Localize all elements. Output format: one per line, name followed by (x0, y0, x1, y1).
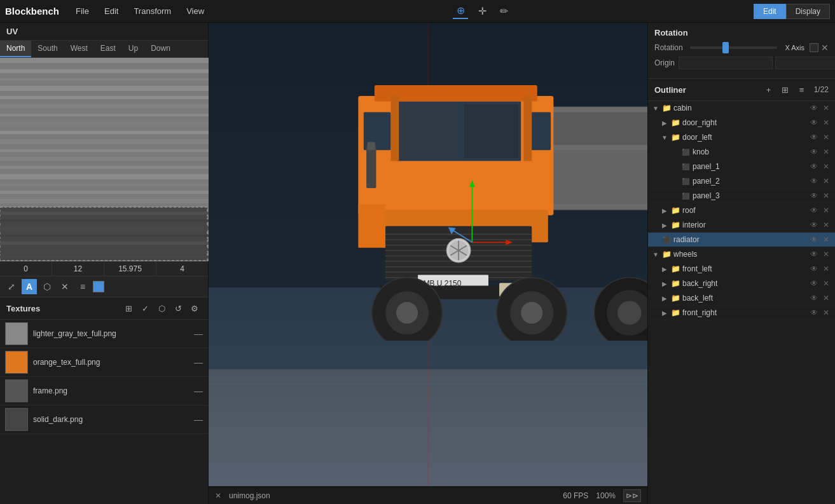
outliner-close-knob[interactable]: ✕ (821, 147, 831, 157)
outliner-close-roof[interactable]: ✕ (821, 205, 831, 215)
outliner-item-roof[interactable]: ▶ 📁 roof 👁 ✕ (648, 203, 835, 218)
outliner-close-panel3[interactable]: ✕ (821, 191, 831, 201)
texture-check-tool[interactable]: ✓ (138, 301, 152, 315)
outliner-close-back-left[interactable]: ✕ (821, 293, 831, 303)
menu-view[interactable]: View (180, 4, 210, 18)
outliner-eye-back-right[interactable]: 👁 (809, 278, 819, 289)
outliner-eye-panel3[interactable]: 👁 (809, 191, 819, 201)
outliner-item-front-left[interactable]: ▶ 📁 front_left 👁 ✕ (648, 262, 835, 276)
outliner-close-wheels[interactable]: ✕ (821, 249, 831, 259)
texture-remove-0[interactable]: — (194, 329, 203, 339)
outliner-list-tool[interactable]: ≡ (795, 83, 809, 97)
uv-fill-tool[interactable]: ⬡ (39, 279, 55, 294)
edit-mode-button[interactable]: Edit (754, 4, 786, 19)
outliner-close-panel1[interactable]: ✕ (821, 161, 831, 172)
texture-remove-3[interactable]: — (194, 414, 203, 425)
rotation-close-icon[interactable]: ✕ (821, 43, 829, 53)
outliner-eye-door-right[interactable]: 👁 (809, 118, 819, 128)
outliner-name-interior: interior (682, 221, 807, 229)
uv-tab-south[interactable]: South (31, 41, 64, 57)
outliner-eye-panel1[interactable]: 👁 (809, 161, 819, 172)
texture-settings-tool[interactable]: ⚙ (188, 301, 202, 315)
uv-coord-3[interactable]: 4 (156, 262, 208, 276)
menu-file[interactable]: File (69, 4, 95, 18)
outliner-item-radiator[interactable]: ⬛ radiator 👁 ✕ (648, 233, 835, 247)
uv-color-swatch[interactable] (93, 281, 104, 292)
outliner-actions-door-left: 👁 ✕ (809, 132, 831, 142)
viewport[interactable]: MB U 2150 (209, 23, 647, 504)
rotation-checkbox[interactable] (810, 43, 818, 52)
outliner-item-wheels[interactable]: ▼ 📁 wheels 👁 ✕ (648, 247, 835, 262)
outliner-eye-interior[interactable]: 👁 (809, 220, 819, 230)
outliner-eye-radiator[interactable]: 👁 (809, 235, 819, 245)
origin-y-input[interactable] (775, 57, 835, 69)
move-icon[interactable]: ⊕ (453, 4, 468, 19)
uv-tab-north[interactable]: North (0, 41, 31, 57)
outliner-item-panel1[interactable]: ⬛ panel_1 👁 ✕ (648, 160, 835, 174)
uv-tab-down[interactable]: Down (144, 41, 177, 57)
outliner-item-panel2[interactable]: ⬛ panel_2 👁 ✕ (648, 174, 835, 189)
rotation-slider[interactable] (690, 46, 777, 49)
texture-refresh-tool[interactable]: ↺ (171, 301, 185, 315)
outliner-close-back-right[interactable]: ✕ (821, 278, 831, 289)
texture-item-1[interactable]: orange_tex_full.png — (0, 348, 208, 377)
outliner-eye-knob[interactable]: 👁 (809, 147, 819, 157)
outliner-eye-back-left[interactable]: 👁 (809, 293, 819, 303)
svg-rect-3 (0, 78, 209, 81)
uv-text-tool[interactable]: A (22, 279, 37, 294)
outliner-add-tool[interactable]: + (762, 83, 776, 97)
uv-canvas[interactable] (0, 58, 209, 261)
menu-transform[interactable]: Transform (127, 4, 177, 18)
outliner-item-back-left[interactable]: ▶ 📁 back_left 👁 ✕ (648, 291, 835, 306)
texture-paint-tool[interactable]: ⬡ (155, 301, 169, 315)
outliner-close-radiator[interactable]: ✕ (821, 235, 831, 245)
outliner-arrow-front-left: ▶ (661, 265, 668, 273)
outliner-item-interior[interactable]: ▶ 📁 interior 👁 ✕ (648, 218, 835, 233)
brush-icon[interactable]: ✏ (496, 4, 511, 19)
outliner-eye-front-left[interactable]: 👁 (809, 264, 819, 274)
outliner-close-door-left[interactable]: ✕ (821, 132, 831, 142)
outliner-item-back-right[interactable]: ▶ 📁 back_right 👁 ✕ (648, 276, 835, 291)
texture-item-0[interactable]: lighter_gray_tex_full.png — (0, 320, 208, 348)
outliner-item-door-left[interactable]: ▼ 📁 door_left 👁 ✕ (648, 130, 835, 145)
uv-expand-tool[interactable]: ⤢ (4, 279, 19, 294)
uv-tab-west[interactable]: West (64, 41, 94, 57)
viewport-close-icon[interactable]: ✕ (215, 491, 221, 500)
arrows-icon[interactable]: ✛ (474, 4, 490, 19)
outliner-eye-roof[interactable]: 👁 (809, 205, 819, 215)
uv-menu-tool[interactable]: ≡ (75, 279, 90, 294)
outliner-eye-cabin[interactable]: 👁 (809, 103, 819, 113)
origin-x-input[interactable] (679, 57, 773, 69)
outliner-item-front-right[interactable]: ▶ 📁 front_right 👁 ✕ (648, 306, 835, 320)
outliner-eye-door-left[interactable]: 👁 (809, 132, 819, 142)
outliner-close-interior[interactable]: ✕ (821, 220, 831, 230)
outliner-close-door-right[interactable]: ✕ (821, 118, 831, 128)
outliner-eye-front-right[interactable]: 👁 (809, 308, 819, 318)
outliner-item-knob[interactable]: ⬛ knob 👁 ✕ (648, 145, 835, 160)
display-mode-button[interactable]: Display (786, 4, 830, 19)
texture-remove-2[interactable]: — (194, 386, 203, 396)
outliner-close-panel2[interactable]: ✕ (821, 176, 831, 186)
menu-edit[interactable]: Edit (98, 4, 125, 18)
viewport-nav-button[interactable]: ⊳⊳ (623, 489, 641, 502)
uv-tab-up[interactable]: Up (122, 41, 144, 57)
outliner-close-cabin[interactable]: ✕ (821, 103, 831, 113)
rotation-section-title: Rotation (654, 28, 829, 37)
outliner-item-cabin[interactable]: ▼ 📁 cabin 👁 ✕ (648, 101, 835, 116)
uv-delete-tool[interactable]: ✕ (57, 279, 72, 294)
texture-remove-1[interactable]: — (194, 357, 203, 367)
texture-item-3[interactable]: solid_dark.png — (0, 405, 208, 434)
uv-coord-2[interactable]: 15.975 (104, 262, 156, 276)
outliner-close-front-right[interactable]: ✕ (821, 308, 831, 318)
texture-item-2[interactable]: frame.png — (0, 377, 208, 405)
outliner-eye-wheels[interactable]: 👁 (809, 249, 819, 259)
outliner-item-door-right[interactable]: ▶ 📁 door_right 👁 ✕ (648, 116, 835, 130)
uv-coord-1[interactable]: 12 (52, 262, 104, 276)
outliner-folder-add-tool[interactable]: ⊞ (778, 83, 792, 97)
uv-coord-0[interactable]: 0 (0, 262, 52, 276)
outliner-item-panel3[interactable]: ⬛ panel_3 👁 ✕ (648, 189, 835, 203)
outliner-eye-panel2[interactable]: 👁 (809, 176, 819, 186)
outliner-close-front-left[interactable]: ✕ (821, 264, 831, 274)
uv-tab-east[interactable]: East (94, 41, 122, 57)
texture-add-tool[interactable]: ⊞ (121, 301, 135, 315)
